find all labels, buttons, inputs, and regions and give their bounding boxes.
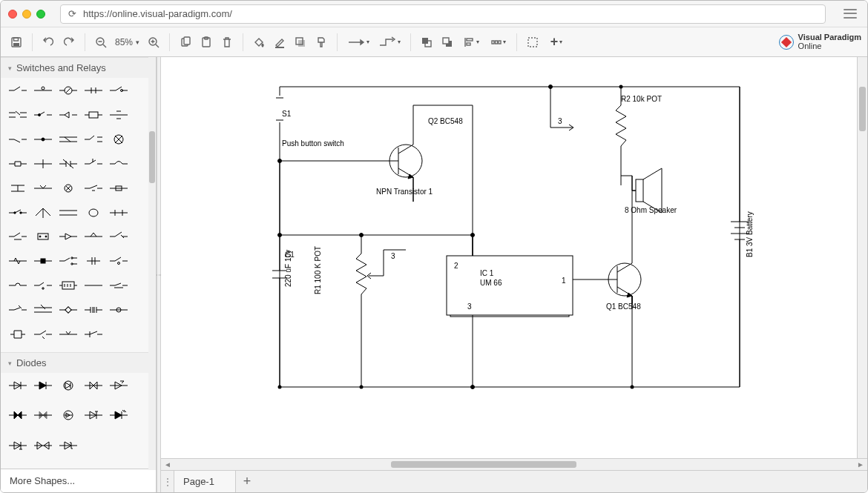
shape-item[interactable]	[108, 407, 130, 423]
shape-item[interactable]	[57, 437, 79, 454]
shape-item[interactable]	[108, 277, 130, 294]
connector-style-button[interactable]: ▾	[343, 33, 373, 52]
shape-item[interactable]	[32, 131, 54, 148]
shape-item[interactable]	[82, 277, 105, 294]
shape-item[interactable]	[82, 82, 105, 99]
category-header-diodes[interactable]: Diodes	[1, 352, 156, 373]
shape-item[interactable]	[82, 180, 105, 196]
paste-button[interactable]	[197, 33, 216, 52]
delete-button[interactable]	[217, 33, 237, 52]
shape-item[interactable]	[57, 277, 79, 294]
address-bar[interactable]: ⟳ https://online.visual-paradigm.com/	[60, 4, 826, 24]
shape-item[interactable]	[108, 131, 130, 148]
shape-item[interactable]	[82, 228, 105, 245]
shape-item[interactable]	[7, 107, 29, 123]
redo-button[interactable]	[59, 33, 79, 52]
shape-item[interactable]	[82, 377, 105, 394]
shape-item[interactable]	[32, 180, 54, 196]
save-button[interactable]	[7, 33, 26, 52]
canvas-vertical-scrollbar[interactable]	[857, 57, 867, 458]
canvas-horizontal-scrollbar[interactable]: ◄ ►	[161, 458, 867, 470]
shape-item[interactable]	[108, 107, 130, 123]
more-shapes-button[interactable]: More Shapes...	[1, 469, 156, 492]
scroll-right-icon[interactable]: ►	[857, 460, 864, 469]
shape-item[interactable]	[82, 326, 105, 343]
brand-logo[interactable]: Visual Paradigm Online	[779, 33, 861, 50]
to-back-button[interactable]	[438, 33, 457, 52]
shape-item[interactable]	[32, 407, 54, 423]
line-color-button[interactable]	[270, 33, 289, 52]
zoom-in-button[interactable]	[144, 33, 163, 52]
shape-item[interactable]	[82, 407, 105, 423]
shape-item[interactable]	[57, 156, 79, 172]
shape-item[interactable]	[108, 205, 130, 221]
minimize-dot[interactable]	[22, 10, 31, 19]
shape-item[interactable]	[57, 407, 79, 423]
shape-item[interactable]	[32, 277, 54, 294]
shape-item[interactable]	[7, 277, 29, 294]
shape-item[interactable]	[32, 107, 54, 123]
shape-item[interactable]	[108, 377, 130, 394]
shape-item[interactable]	[82, 253, 105, 269]
scroll-left-icon[interactable]: ◄	[164, 460, 171, 469]
shape-item[interactable]	[57, 180, 79, 196]
shape-item[interactable]	[57, 228, 79, 245]
shape-item[interactable]	[32, 377, 54, 394]
shape-item[interactable]	[7, 82, 29, 99]
window-traffic-lights[interactable]	[8, 10, 45, 19]
shape-item[interactable]	[7, 377, 29, 394]
shape-item[interactable]	[57, 107, 79, 123]
shape-item[interactable]	[32, 156, 54, 172]
shadow-button[interactable]	[291, 33, 310, 52]
shape-item[interactable]	[108, 228, 130, 245]
distribute-button[interactable]: ▾	[485, 33, 510, 52]
close-dot[interactable]	[8, 10, 17, 19]
shape-item[interactable]	[7, 156, 29, 172]
shape-item[interactable]	[7, 131, 29, 148]
shape-item[interactable]	[7, 326, 29, 343]
diagram-canvas[interactable]: 2 1 3 IC 1 UM 66 S1 Push button switch Q…	[161, 57, 857, 458]
format-painter-button[interactable]	[312, 33, 331, 52]
shape-item[interactable]	[82, 131, 105, 148]
zoom-out-button[interactable]	[91, 33, 111, 52]
shape-item[interactable]	[57, 82, 79, 99]
page-tab-1[interactable]: Page-1	[174, 471, 236, 492]
shape-item[interactable]	[32, 253, 54, 269]
shape-item[interactable]	[32, 302, 54, 318]
sidebar-scrollbar[interactable]	[148, 57, 156, 470]
category-header-switches[interactable]: Switches and Relays	[1, 57, 156, 78]
shape-item[interactable]	[7, 253, 29, 269]
selection-tool-button[interactable]	[523, 33, 542, 52]
shape-item[interactable]	[7, 228, 29, 245]
shape-item[interactable]	[7, 180, 29, 196]
to-front-button[interactable]	[417, 33, 436, 52]
hamburger-menu-icon[interactable]	[841, 7, 860, 21]
add-shape-button[interactable]: + ▾	[544, 33, 569, 52]
shape-item[interactable]	[82, 156, 105, 172]
shape-item[interactable]	[57, 205, 79, 221]
shape-item[interactable]	[32, 205, 54, 221]
waypoint-style-button[interactable]: ▾	[375, 33, 404, 52]
shape-item[interactable]	[32, 326, 54, 343]
maximize-dot[interactable]	[36, 10, 45, 19]
copy-button[interactable]	[176, 33, 195, 52]
shape-item[interactable]	[7, 302, 29, 318]
add-page-tab[interactable]: +	[236, 471, 258, 492]
shape-item[interactable]	[7, 407, 29, 423]
shape-item[interactable]	[108, 180, 130, 196]
shape-item[interactable]	[7, 437, 29, 454]
shape-item[interactable]	[57, 131, 79, 148]
shape-item[interactable]	[108, 82, 130, 99]
shape-item[interactable]	[57, 326, 79, 343]
tab-drag-handle[interactable]: ⋮	[161, 471, 174, 492]
shape-item[interactable]	[108, 156, 130, 172]
shape-item[interactable]	[32, 437, 54, 454]
shape-item[interactable]	[82, 302, 105, 318]
shape-item[interactable]	[82, 107, 105, 123]
shape-item[interactable]	[57, 377, 79, 394]
align-button[interactable]: ▾	[458, 33, 484, 52]
shape-item[interactable]	[32, 82, 54, 99]
shape-item[interactable]	[7, 205, 29, 221]
fill-color-button[interactable]	[249, 33, 269, 52]
undo-button[interactable]	[39, 33, 58, 52]
